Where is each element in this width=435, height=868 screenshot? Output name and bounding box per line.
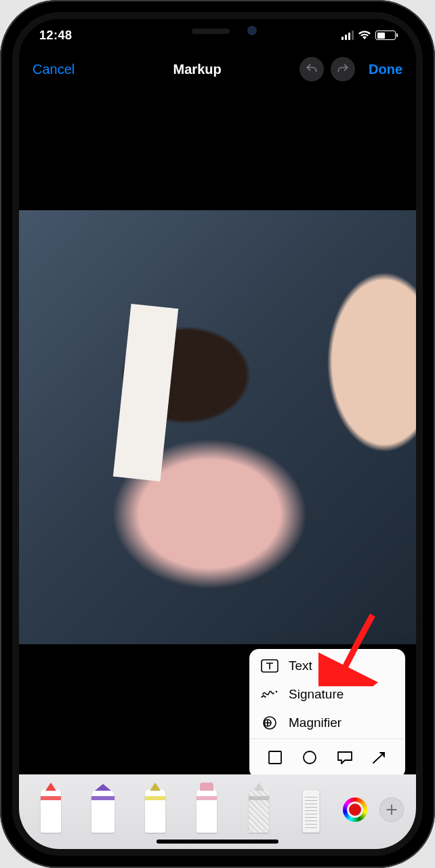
popup-item-label: Magnifier xyxy=(289,715,341,730)
add-button[interactable] xyxy=(377,792,407,822)
tool-eraser[interactable] xyxy=(184,781,230,833)
text-icon xyxy=(260,658,279,673)
signature-icon xyxy=(260,687,279,702)
tool-pen[interactable] xyxy=(28,781,74,833)
notch xyxy=(129,19,306,43)
redo-button[interactable] xyxy=(331,57,355,81)
canvas-area[interactable]: Text Signature Magnifier xyxy=(19,87,416,849)
popup-item-label: Text xyxy=(289,658,312,673)
popup-item-signature[interactable]: Signature xyxy=(249,680,405,709)
shape-speech-bubble[interactable] xyxy=(335,747,355,768)
shape-arrow[interactable] xyxy=(369,747,390,768)
cellular-signal-icon xyxy=(341,31,354,40)
cancel-button[interactable]: Cancel xyxy=(33,62,75,77)
markup-toolbar xyxy=(19,774,416,849)
tool-ruler[interactable] xyxy=(288,781,333,833)
undo-button[interactable] xyxy=(299,57,324,81)
svg-rect-4 xyxy=(269,751,281,764)
done-button[interactable]: Done xyxy=(369,62,402,77)
nav-bar: Cancel Markup Done xyxy=(19,52,416,87)
plus-icon xyxy=(379,797,404,822)
svg-point-5 xyxy=(304,751,316,764)
color-wheel-icon xyxy=(343,797,367,822)
status-time: 12:48 xyxy=(39,28,72,43)
page-title: Markup xyxy=(102,62,293,77)
color-picker[interactable] xyxy=(340,792,370,822)
home-indicator[interactable] xyxy=(157,840,278,844)
magnifier-icon xyxy=(260,715,279,730)
shape-square[interactable] xyxy=(265,747,285,768)
tool-lasso[interactable] xyxy=(236,781,282,833)
wifi-icon xyxy=(358,31,371,40)
popup-divider xyxy=(249,738,405,739)
popup-item-text[interactable]: Text xyxy=(249,652,405,680)
popup-item-label: Signature xyxy=(289,687,344,702)
tool-marker[interactable] xyxy=(81,781,126,833)
photo-content xyxy=(19,210,416,644)
svg-point-1 xyxy=(276,691,278,693)
add-markup-popup: Text Signature Magnifier xyxy=(249,649,405,778)
undo-redo-group xyxy=(299,57,355,81)
phone-frame: 12:48 Cancel Markup xyxy=(0,0,435,868)
popup-shape-row xyxy=(249,741,405,776)
popup-item-magnifier[interactable]: Magnifier xyxy=(249,709,405,737)
shape-circle[interactable] xyxy=(299,747,320,768)
battery-icon xyxy=(375,31,396,40)
tool-pencil[interactable] xyxy=(132,781,178,833)
